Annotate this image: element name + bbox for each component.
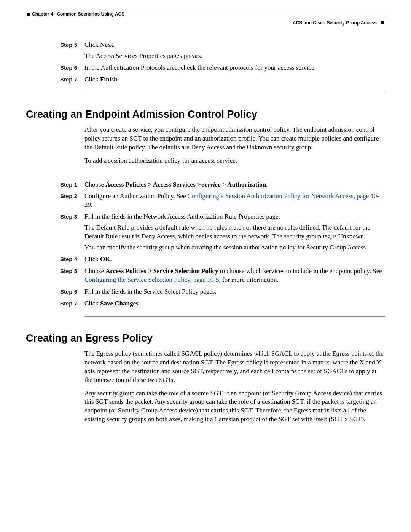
steps-block-top: Step 5Click Next.The Access Services Pro… — [60, 41, 385, 86]
cross-ref-link[interactable]: Configuring the Service Selection Policy… — [84, 276, 219, 283]
step-label: Step 1 — [60, 181, 84, 192]
step-label: Step 6 — [60, 64, 84, 75]
step-label: Step 7 — [60, 299, 84, 310]
step-label: Step 5 — [60, 267, 84, 287]
step-row: Step 3Fill in the fields in the Network … — [60, 212, 385, 254]
step-body: Choose Access Policies > Service Selecti… — [84, 267, 385, 287]
step-body: Click OK. — [84, 255, 385, 266]
step-body: In the Authentication Protocols area, ch… — [84, 64, 385, 75]
step-body: Configure an Authorization Policy. See C… — [84, 192, 385, 212]
section2-body: The Egress policy (sometimes called SGAC… — [84, 350, 385, 424]
step-row: Step 4Click OK. — [60, 255, 385, 266]
step-row: Step 2Configure an Authorization Policy.… — [60, 192, 385, 212]
header-section: ACS and Cisco Security Group Access — [26, 20, 385, 26]
section-heading-endpoint: Creating an Endpoint Admission Control P… — [26, 109, 385, 120]
step-row: Step 6Fill in the fields in the Service … — [60, 288, 385, 299]
step-body: Click Save Changes. — [84, 299, 385, 310]
step-row: Step 1Choose Access Policies > Access Se… — [60, 181, 385, 192]
step-body: Click Finish. — [84, 75, 385, 86]
step-label: Step 7 — [60, 75, 84, 86]
step-body: Fill in the fields in the Service Select… — [84, 288, 385, 299]
step-row: Step 5Choose Access Policies > Service S… — [60, 267, 385, 287]
section1-body: After you create a service, you configur… — [84, 126, 385, 165]
step-row: Step 7Click Finish. — [60, 75, 385, 86]
step-row: Step 6In the Authentication Protocols ar… — [60, 64, 385, 75]
step-body: Choose Access Policies > Access Services… — [84, 181, 385, 192]
step-row: Step 7Click Save Changes. — [60, 299, 385, 310]
cross-ref-link[interactable]: Configuring a Session Authorization Poli… — [84, 192, 379, 208]
step-label: Step 2 — [60, 192, 84, 212]
step-row: Step 5Click Next.The Access Services Pro… — [60, 41, 385, 63]
section-heading-egress: Creating an Egress Policy — [26, 332, 385, 344]
step-label: Step 6 — [60, 288, 84, 299]
step-body: Click Next.The Access Services Propertie… — [84, 41, 385, 63]
step-body: Fill in the fields in the Network Access… — [84, 212, 385, 254]
header-chapter: Chapter 4 Common Scenarios Using ACS — [26, 11, 385, 17]
steps-block-section1: Step 1Choose Access Policies > Access Se… — [60, 181, 385, 310]
step-label: Step 4 — [60, 255, 84, 266]
step-label: Step 3 — [60, 212, 84, 254]
step-label: Step 5 — [60, 41, 84, 63]
